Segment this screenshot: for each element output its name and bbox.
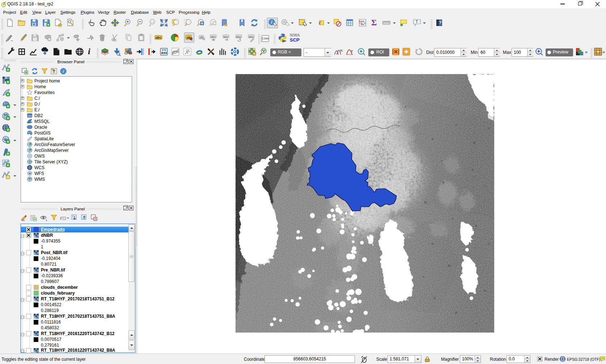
- svg-text:1*2: 1*2: [162, 48, 166, 52]
- svg-text:abc: abc: [249, 35, 254, 38]
- svg-text:DB2: DB2: [27, 115, 32, 117]
- svg-text:1:1: 1:1: [151, 21, 154, 23]
- svg-text:ε: ε: [60, 215, 62, 220]
- svg-text:abc: abc: [156, 35, 161, 39]
- svg-text:abc: abc: [236, 35, 241, 38]
- svg-text:abc: abc: [211, 35, 216, 38]
- svg-text:CSW: CSW: [262, 37, 269, 40]
- svg-text:%: %: [340, 49, 343, 52]
- svg-text:?: ?: [439, 20, 441, 25]
- svg-text:ε: ε: [319, 19, 321, 26]
- svg-text:abc: abc: [224, 35, 229, 38]
- svg-text:σ: σ: [351, 49, 353, 53]
- svg-text:T: T: [416, 20, 418, 24]
